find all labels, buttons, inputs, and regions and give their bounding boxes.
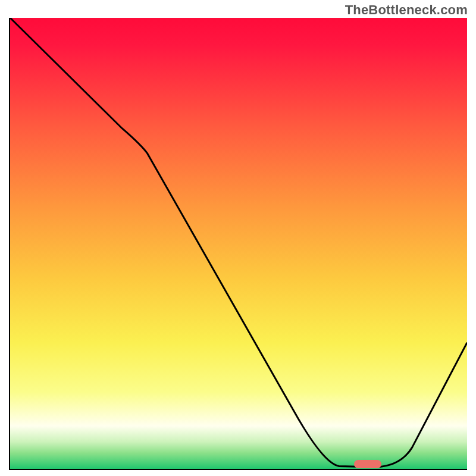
chart-frame: TheBottleneck.com [0,0,476,476]
gradient-fill [10,18,467,469]
watermark-text: TheBottleneck.com [345,2,468,18]
gradient-canvas [10,18,467,469]
bottleneck-curve [10,18,467,467]
curve-layer [10,18,467,469]
plot-area [9,18,467,470]
optimal-marker [354,460,381,468]
